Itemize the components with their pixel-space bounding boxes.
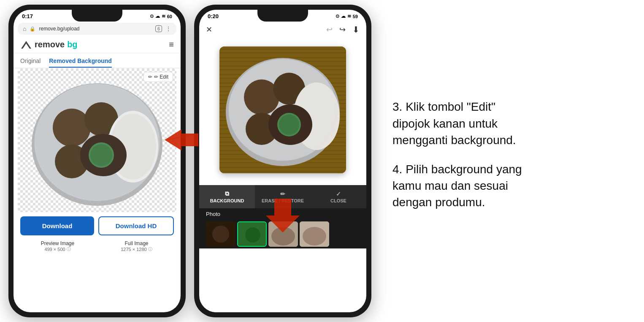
svg-marker-14 <box>165 129 198 150</box>
logo-remove-text: remove <box>35 40 65 49</box>
download-hd-button[interactable]: Download HD <box>98 216 174 235</box>
main-container: 0:17 ⊙ ☁ ≋ 60 ⌂ 🔒 remove.bg/upload 6 ⋮ <box>0 0 644 322</box>
svg-marker-31 <box>266 199 300 232</box>
browser-url[interactable]: remove.bg/upload <box>39 26 152 32</box>
image-info: Preview Image 499 × 500 ⓘ Full Image 127… <box>14 240 181 253</box>
pencil-icon: ✏ <box>148 74 152 80</box>
top-actions: ↩ ↪ ⬇ <box>326 25 360 35</box>
arrow-annotation-2 <box>257 199 308 234</box>
svg-point-12 <box>35 84 160 201</box>
phone2-top-bar: ✕ ↩ ↪ ⬇ <box>199 21 366 38</box>
hamburger-icon[interactable]: ≡ <box>169 40 174 49</box>
phone1-screen: 0:17 ⊙ ☁ ≋ 60 ⌂ 🔒 remove.bg/upload 6 ⋮ <box>14 10 181 312</box>
background-tab[interactable]: ⧉ BACKGROUND <box>199 185 255 208</box>
tabs-bar: Original Removed Background <box>14 53 181 68</box>
phone2-container: 0:20 ⊙ ☁ ≋ 59 ✕ ↩ ↪ ⬇ <box>194 5 371 317</box>
background-label: BACKGROUND <box>210 198 244 203</box>
removebg-logo-icon <box>20 40 32 49</box>
red-arrow-1 <box>156 129 198 155</box>
phone2-status-icons: ⊙ ☁ ≋ 59 <box>336 14 358 19</box>
phone2-image-area <box>206 38 360 182</box>
phone2-food-image <box>219 46 346 173</box>
eraser-icon: ✏ <box>280 191 285 197</box>
logo-bg-text: bg <box>67 40 77 49</box>
download-section: Download Download HD <box>14 212 181 240</box>
full-info: Full Image 1275 × 1280 ⓘ <box>99 240 174 252</box>
close-label: CLOSE <box>330 198 346 203</box>
info-icon: ⓘ <box>67 246 71 252</box>
phone2-food-svg <box>219 46 346 173</box>
food-image <box>18 68 176 212</box>
edit-label: ✏ Edit <box>154 74 168 80</box>
thumb-1[interactable] <box>206 221 235 247</box>
edit-button[interactable]: ✏ ✏ Edit <box>143 72 173 82</box>
close-tab[interactable]: ✓ CLOSE <box>311 185 366 208</box>
arrow-annotation-1 <box>156 129 198 156</box>
download-icon[interactable]: ⬇ <box>352 25 360 35</box>
more-icon[interactable]: ⋮ <box>165 25 171 32</box>
phone2-mockup: 0:20 ⊙ ☁ ≋ 59 ✕ ↩ ↪ ⬇ <box>194 5 371 317</box>
step4-text: 4. Pilih background yang kamu mau dan se… <box>392 161 528 211</box>
phone2-time: 0:20 <box>208 13 219 19</box>
undo-icon[interactable]: ↩ <box>326 25 333 34</box>
phone2-notch <box>257 10 308 22</box>
redo-icon[interactable]: ↪ <box>339 25 346 34</box>
food-svg <box>25 73 169 208</box>
lock-icon: 🔒 <box>30 26 35 32</box>
info-icon2: ⓘ <box>148 246 152 252</box>
tab-count[interactable]: 6 <box>155 25 162 32</box>
step3-text: 3. Klik tombol "Edit" dipojok kanan untu… <box>392 98 528 148</box>
tab-original[interactable]: Original <box>20 56 41 68</box>
red-arrow-2 <box>257 199 308 232</box>
phone2-screen: 0:20 ⊙ ☁ ≋ 59 ✕ ↩ ↪ ⬇ <box>199 10 366 312</box>
layers-icon: ⧉ <box>225 190 229 197</box>
phone1-container: 0:17 ⊙ ☁ ≋ 60 ⌂ 🔒 remove.bg/upload 6 ⋮ <box>8 5 186 317</box>
full-size: 1275 × 1280 ⓘ <box>99 246 174 252</box>
checkmark-icon: ✓ <box>336 191 341 197</box>
preview-label: Preview Image <box>20 240 95 246</box>
home-icon: ⌂ <box>23 25 26 32</box>
tab-removed-bg[interactable]: Removed Background <box>49 56 112 68</box>
instructions-panel: 3. Klik tombol "Edit" dipojok kanan untu… <box>380 90 540 232</box>
browser-bar[interactable]: ⌂ 🔒 remove.bg/upload 6 ⋮ <box>18 23 176 35</box>
phone1-notch <box>72 10 122 22</box>
removebg-header: removebg ≡ <box>14 36 181 53</box>
preview-size: 499 × 500 ⓘ <box>20 246 95 252</box>
svg-point-33 <box>212 226 229 243</box>
phone1-status-icons: ⊙ ☁ ≋ 60 <box>150 14 172 19</box>
download-button[interactable]: Download <box>20 216 94 235</box>
svg-point-30 <box>229 59 337 161</box>
close-x-button[interactable]: ✕ <box>206 25 212 34</box>
phone1-mockup: 0:17 ⊙ ☁ ≋ 60 ⌂ 🔒 remove.bg/upload 6 ⋮ <box>8 5 186 317</box>
removed-bg-image-area: ✏ ✏ Edit <box>18 68 176 212</box>
removebg-logo: removebg <box>20 40 78 49</box>
full-label: Full Image <box>99 240 174 246</box>
preview-info: Preview Image 499 × 500 ⓘ <box>20 240 95 252</box>
phone1-time: 0:17 <box>22 13 33 19</box>
